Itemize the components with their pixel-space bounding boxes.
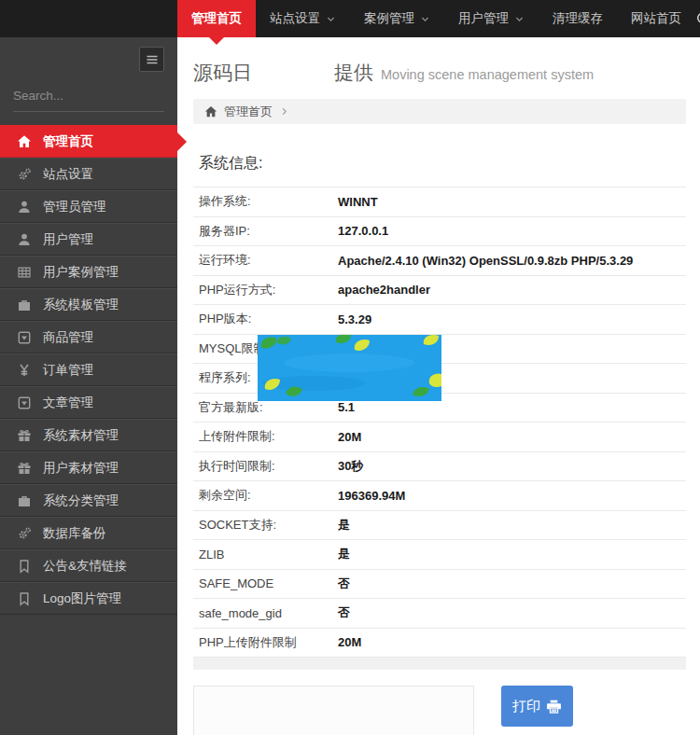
briefcase-icon <box>17 493 32 508</box>
sidebar-item-label: 系统素材管理 <box>43 427 119 444</box>
table-row: ZLIB 是 <box>193 539 686 569</box>
row-label: PHP运行方式: <box>193 282 338 298</box>
yen-icon <box>17 363 32 378</box>
row-value: apache2handler <box>338 283 430 297</box>
row-value: 是 <box>338 517 350 534</box>
table-row: PHP运行方式: apache2handler <box>193 275 686 305</box>
row-label: 剩余空间: <box>193 487 338 504</box>
table-footer-strip <box>193 658 686 670</box>
row-label: safe_mode_gid <box>193 606 338 620</box>
sidebar-item-label: 管理首页 <box>43 133 93 150</box>
system-info-table: 操作系统: WINNT 服务器IP: 127.0.0.1 运行环境: Apach… <box>193 187 686 658</box>
sidebar-toggle-button[interactable] <box>139 47 164 72</box>
sidebar-item-user-cases[interactable]: 用户案例管理 <box>0 256 177 288</box>
topnav-site-settings[interactable]: 站点设置 <box>256 0 350 37</box>
row-value: 30秒 <box>338 458 363 475</box>
row-label: ZLIB <box>193 548 338 562</box>
sidebar-item-label: 订单管理 <box>43 362 93 379</box>
sidebar-item-label: 文章管理 <box>43 395 93 411</box>
section-title: 系统信息: <box>199 154 686 173</box>
gears-icon <box>17 167 32 182</box>
table-row: 运行环境: Apache/2.4.10 (Win32) OpenSSL/0.9.… <box>193 245 686 275</box>
table-row: 服务器IP: 127.0.0.1 <box>193 216 686 246</box>
table-icon <box>17 265 32 280</box>
sidebar-item-site-settings[interactable]: 站点设置 <box>0 158 177 190</box>
row-label: PHP版本: <box>193 311 338 327</box>
bottom-controls: 打印 <box>193 686 686 735</box>
sidebar-search <box>13 80 164 112</box>
topnav-clear-cache[interactable]: 清理缓存 <box>539 0 617 37</box>
table-row: PHP版本: 5.3.29 <box>193 304 686 334</box>
user-icon <box>17 200 32 215</box>
note-textarea[interactable] <box>193 686 474 735</box>
sidebar-item-system-materials[interactable]: 系统素材管理 <box>0 419 177 451</box>
sidebar-item-products[interactable]: 商品管理 <box>0 321 177 354</box>
topnav-website-home[interactable]: 网站首页 <box>617 0 695 37</box>
sidebar-item-database-backup[interactable]: 数据库备份 <box>0 517 177 549</box>
table-row: 执行时间限制: 30秒 <box>193 451 686 481</box>
sidebar-item-label: 用户管理 <box>43 231 93 248</box>
sidebar-item-logo-images[interactable]: Logo图片管理 <box>0 582 177 615</box>
table-row: PHP上传附件限制 20M <box>193 628 686 658</box>
censor-sticker-image <box>258 335 441 401</box>
topbar: 管理首页 站点设置 案例管理 用户管理 清理缓存 网站首页 <box>0 0 700 37</box>
top-navigation: 管理首页 站点设置 案例管理 用户管理 清理缓存 网站首页 <box>177 0 695 37</box>
sidebar-item-user-materials[interactable]: 用户素材管理 <box>0 451 177 484</box>
row-value: 否 <box>338 576 350 592</box>
table-row: 操作系统: WINNT <box>193 187 686 216</box>
sidebar-item-label: 站点设置 <box>43 166 93 183</box>
sidebar-search-input[interactable] <box>13 89 178 103</box>
row-label: SAFE_MODE <box>193 576 338 590</box>
row-label: 操作系统: <box>193 193 338 210</box>
topnav-label: 用户管理 <box>458 10 509 27</box>
sidebar-item-label: 商品管理 <box>43 329 93 346</box>
topnav-label: 清理缓存 <box>553 10 603 27</box>
table-row: SOCKET支持: 是 <box>193 510 686 540</box>
home-icon <box>204 105 217 118</box>
sidebar-item-label: 系统分类管理 <box>43 492 119 509</box>
topnav-case-management[interactable]: 案例管理 <box>350 0 444 37</box>
row-label: 运行环境: <box>193 252 338 269</box>
user-icon <box>17 232 32 247</box>
page-title-prefix: 源码日 <box>193 60 252 86</box>
sidebar-item-users[interactable]: 用户管理 <box>0 223 177 256</box>
row-value: 127.0.0.1 <box>338 224 388 238</box>
bookmark-icon <box>17 559 32 574</box>
topnav-label: 网站首页 <box>631 10 681 27</box>
sidebar-item-label: 用户素材管理 <box>43 460 119 477</box>
topnav-admin-home[interactable]: 管理首页 <box>177 0 256 37</box>
table-row: 上传附件限制: 20M <box>193 422 686 451</box>
bookmark-icon <box>17 591 32 606</box>
sidebar-item-articles[interactable]: 文章管理 <box>0 386 177 419</box>
topnav-label: 案例管理 <box>364 10 414 27</box>
sidebar-item-label: Logo图片管理 <box>43 590 121 607</box>
sidebar-item-label: 用户案例管理 <box>43 264 119 281</box>
hamburger-menu-icon <box>145 52 160 67</box>
breadcrumb: 管理首页 <box>193 99 686 124</box>
briefcase-icon <box>17 298 32 312</box>
row-value: 5.3.29 <box>338 312 371 326</box>
home-icon <box>17 134 32 149</box>
breadcrumb-home-link[interactable]: 管理首页 <box>224 104 273 120</box>
row-value: 5.1 <box>338 400 355 414</box>
row-value: 20M <box>338 635 361 649</box>
sidebar-item-orders[interactable]: 订单管理 <box>0 354 177 386</box>
row-label: 官方最新版: <box>193 399 338 416</box>
topnav-user-management[interactable]: 用户管理 <box>444 0 539 37</box>
row-label: 服务器IP: <box>193 223 338 240</box>
search-icon <box>695 11 700 27</box>
table-row: 剩余空间: 196369.94M <box>193 480 686 510</box>
sidebar-item-announcements-links[interactable]: 公告&友情链接 <box>0 549 177 582</box>
sidebar-menu: 管理首页 站点设置 管理员管理 用户管理 用户案例管理 系统模板管理 商品管理 <box>0 125 177 615</box>
gift-icon <box>17 428 32 443</box>
sidebar-item-system-templates[interactable]: 系统模板管理 <box>0 288 177 321</box>
sidebar-item-administrators[interactable]: 管理员管理 <box>0 190 177 223</box>
chevron-down-icon <box>514 14 525 24</box>
sidebar-item-admin-home[interactable]: 管理首页 <box>0 125 177 158</box>
topbar-search-button[interactable] <box>695 0 700 37</box>
row-value: WINNT <box>338 195 378 209</box>
row-value: 否 <box>338 604 350 621</box>
sidebar-item-system-categories[interactable]: 系统分类管理 <box>0 484 177 517</box>
print-button-label: 打印 <box>512 698 540 715</box>
print-button[interactable]: 打印 <box>501 686 573 727</box>
